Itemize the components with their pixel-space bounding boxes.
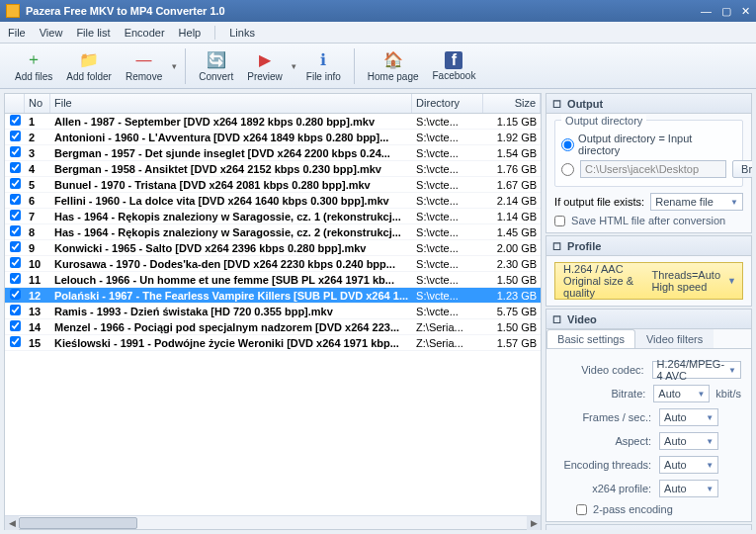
output-same-radio[interactable] xyxy=(561,138,574,151)
row-dir: S:\vcte... xyxy=(412,241,483,255)
row-checkbox[interactable] xyxy=(10,210,21,221)
menu-file[interactable]: File xyxy=(8,27,26,39)
row-dir: Z:\Seria... xyxy=(412,336,483,350)
facebook-button[interactable]: fFacebook xyxy=(426,48,483,84)
bitrate-select[interactable]: Auto▼ xyxy=(653,385,710,402)
row-dir: S:\vcte... xyxy=(412,225,483,239)
maximize-button[interactable]: ▢ xyxy=(721,5,731,18)
table-row[interactable]: 14Menzel - 1966 - Pociągi pod specjalnym… xyxy=(5,319,541,335)
aspect-select[interactable]: Auto▼ xyxy=(659,432,718,450)
row-checkbox[interactable] xyxy=(10,225,21,236)
table-row[interactable]: 6Fellini - 1960 - La dolce vita [DVD x26… xyxy=(5,193,541,209)
scroll-thumb[interactable] xyxy=(19,517,137,529)
row-size: 1.15 GB xyxy=(483,115,541,129)
row-checkbox[interactable] xyxy=(10,115,21,126)
tab-basic-settings[interactable]: Basic settings xyxy=(546,329,635,348)
title-bar: Pazera Free MKV to MP4 Converter 1.0 — ▢… xyxy=(0,0,756,22)
row-checkbox[interactable] xyxy=(10,273,21,284)
toolbar: ＋Add files 📁Add folder —Remove 🔄Convert … xyxy=(0,44,756,89)
output-custom-radio[interactable] xyxy=(561,163,574,176)
row-dir: S:\vcte... xyxy=(412,178,483,192)
menu-help[interactable]: Help xyxy=(179,27,202,39)
save-html-checkbox[interactable] xyxy=(554,216,565,226)
row-file: Fellini - 1960 - La dolce vita [DVD x264… xyxy=(50,194,412,208)
row-no: 15 xyxy=(25,336,50,350)
row-dir: S:\vcte... xyxy=(412,257,483,271)
menu-filelist[interactable]: File list xyxy=(76,27,110,39)
two-pass-checkbox[interactable] xyxy=(576,504,587,515)
profile-panel: Profile H.264 / AACOriginal size & quali… xyxy=(546,235,752,307)
row-size: 2.00 GB xyxy=(483,241,541,255)
video-panel: Video Basic settings Video filters Video… xyxy=(546,309,752,522)
column-header-check[interactable] xyxy=(5,94,25,113)
horizontal-scrollbar[interactable]: ◀ ▶ xyxy=(5,515,541,529)
column-header-directory[interactable]: Directory xyxy=(412,94,483,113)
row-no: 7 xyxy=(25,210,50,223)
row-checkbox[interactable] xyxy=(10,320,21,331)
remove-dropdown-icon[interactable] xyxy=(169,58,179,74)
table-row[interactable]: 5Bunuel - 1970 - Tristana [DVD x264 2081… xyxy=(5,177,541,193)
table-row[interactable]: 4Bergman - 1958 - Ansiktet [DVD x264 215… xyxy=(5,161,541,177)
table-row[interactable]: 7Has - 1964 - Rękopis znaleziony w Sarag… xyxy=(5,209,541,224)
table-row[interactable]: 3Bergman - 1957 - Det sjunde inseglet [D… xyxy=(5,145,541,161)
threads-select[interactable]: Auto▼ xyxy=(659,456,718,474)
menu-view[interactable]: View xyxy=(40,27,63,39)
row-file: Konwicki - 1965 - Salto [DVD x264 2396 k… xyxy=(50,241,412,255)
row-file: Bergman - 1957 - Det sjunde inseglet [DV… xyxy=(50,146,412,160)
row-no: 9 xyxy=(25,241,50,255)
table-row[interactable]: 15Kieślowski - 1991 - Podwójne życie Wer… xyxy=(5,335,541,351)
table-row[interactable]: 9Konwicki - 1965 - Salto [DVD x264 2396 … xyxy=(5,240,541,256)
row-checkbox[interactable] xyxy=(10,178,21,189)
fps-label: Frames / sec.: xyxy=(556,411,659,423)
row-checkbox[interactable] xyxy=(10,194,21,205)
row-file: Allen - 1987 - September [DVD x264 1892 … xyxy=(50,115,412,129)
row-file: Has - 1964 - Rękopis znaleziony w Sarago… xyxy=(50,225,412,239)
row-size: 1.50 GB xyxy=(483,273,541,287)
window-title: Pazera Free MKV to MP4 Converter 1.0 xyxy=(26,5,701,17)
row-checkbox[interactable] xyxy=(10,336,21,347)
profile-icon xyxy=(552,239,561,252)
table-row[interactable]: 10Kurosawa - 1970 - Dodes'ka-den [DVD x2… xyxy=(5,256,541,272)
row-no: 3 xyxy=(25,146,50,160)
table-row[interactable]: 13Ramis - 1993 - Dzień świstaka [HD 720 … xyxy=(5,304,541,319)
row-checkbox[interactable] xyxy=(10,131,21,141)
row-checkbox[interactable] xyxy=(10,241,21,252)
audio-panel[interactable]: Audio xyxy=(546,524,752,530)
tab-video-filters[interactable]: Video filters xyxy=(635,329,714,348)
if-exists-select[interactable]: Rename file▼ xyxy=(650,193,743,211)
column-header-no[interactable]: No xyxy=(25,94,50,113)
convert-button[interactable]: 🔄Convert xyxy=(192,47,240,85)
browse-button[interactable]: Browse... xyxy=(732,160,752,178)
minimize-button[interactable]: — xyxy=(701,5,712,18)
preview-button[interactable]: ▶Preview xyxy=(240,47,290,85)
scroll-left-arrow[interactable]: ◀ xyxy=(5,516,19,530)
output-same-label: Output directory = Input directory xyxy=(578,133,736,156)
row-checkbox[interactable] xyxy=(10,146,21,157)
table-row[interactable]: 8Has - 1964 - Rękopis znaleziony w Sarag… xyxy=(5,224,541,240)
homepage-button[interactable]: 🏠Home page xyxy=(361,47,426,85)
fileinfo-button[interactable]: ℹFile info xyxy=(299,47,348,85)
row-checkbox[interactable] xyxy=(10,305,21,315)
row-checkbox[interactable] xyxy=(10,162,21,173)
menu-encoder[interactable]: Encoder xyxy=(125,27,165,39)
table-row[interactable]: 11Lelouch - 1966 - Un homme et une femme… xyxy=(5,272,541,288)
column-header-size[interactable]: Size xyxy=(483,94,541,113)
table-row[interactable]: 1Allen - 1987 - September [DVD x264 1892… xyxy=(5,114,541,130)
preview-dropdown-icon[interactable] xyxy=(290,58,299,74)
table-row[interactable]: 2Antonioni - 1960 - L'Avventura [DVD x26… xyxy=(5,130,541,145)
add-files-button[interactable]: ＋Add files xyxy=(8,47,59,85)
profile-select[interactable]: H.264 / AACOriginal size & quality Threa… xyxy=(554,262,743,300)
x264-select[interactable]: Auto▼ xyxy=(659,480,718,497)
output-path-input[interactable] xyxy=(580,160,726,178)
add-folder-button[interactable]: 📁Add folder xyxy=(59,47,119,85)
fps-select[interactable]: Auto▼ xyxy=(659,408,718,426)
row-checkbox[interactable] xyxy=(10,257,21,268)
scroll-right-arrow[interactable]: ▶ xyxy=(527,516,541,530)
row-checkbox[interactable] xyxy=(10,289,21,300)
table-row[interactable]: 12Polański - 1967 - The Fearless Vampire… xyxy=(5,288,541,304)
menu-links[interactable]: Links xyxy=(229,27,255,39)
remove-button[interactable]: —Remove xyxy=(119,47,169,85)
column-header-file[interactable]: File xyxy=(50,94,412,113)
close-button[interactable]: ✕ xyxy=(741,5,750,18)
video-codec-select[interactable]: H.264/MPEG-4 AVC▼ xyxy=(652,361,741,379)
